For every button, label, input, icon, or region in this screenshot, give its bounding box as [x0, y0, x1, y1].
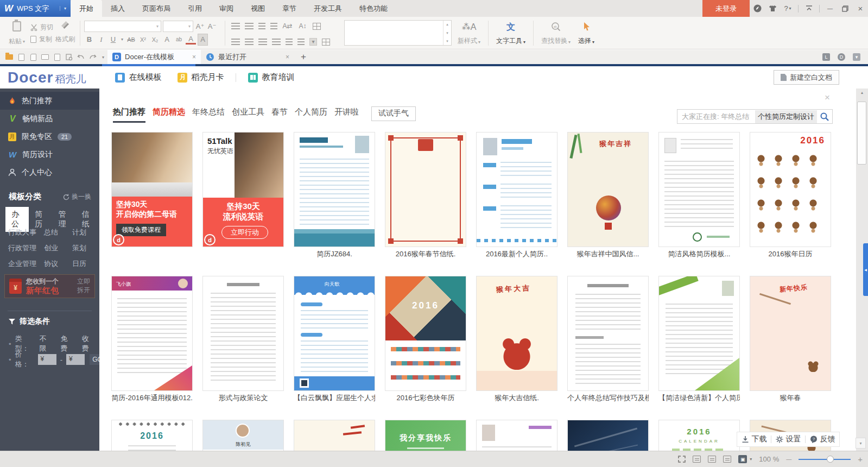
style-gallery-scroll[interactable]: [443, 21, 451, 45]
template-title[interactable]: 【白云飘飘】应届生个人求...: [294, 393, 375, 403]
align-right-icon[interactable]: [258, 39, 267, 45]
template-card[interactable]: 2016: [750, 132, 831, 247]
template-card[interactable]: [567, 276, 649, 391]
side-panel-handle[interactable]: [863, 243, 868, 296]
template-card[interactable]: 向天歌: [294, 276, 375, 391]
template-card[interactable]: 猴年大吉: [476, 276, 557, 391]
refresh-button[interactable]: 换一换: [63, 192, 91, 201]
decrease-indent-icon[interactable]: [258, 23, 265, 29]
new-blank-doc-button[interactable]: 新建空白文档: [774, 70, 839, 85]
help-icon[interactable]: ?: [780, 0, 795, 17]
tab-personal-resume[interactable]: 个人简历: [295, 107, 327, 121]
open-icon[interactable]: [3, 51, 15, 63]
save-icon[interactable]: [15, 51, 27, 63]
template-card[interactable]: 2016 CALENDAR: [658, 420, 740, 451]
scroll-up-icon[interactable]: [856, 89, 868, 97]
template-title[interactable]: 【简洁绿色清新】个人简历...: [658, 393, 740, 403]
ad-card-english-course[interactable]: 坚持30天 开启你的第二母语 领取免费课程 d: [111, 132, 193, 247]
template-title[interactable]: 2016七彩色块年历: [385, 393, 466, 403]
sidebar-item-personal-center[interactable]: 个人中心: [0, 163, 99, 181]
skin-icon[interactable]: [765, 0, 780, 17]
search-hot-tag[interactable]: 个性简历定制设计: [755, 110, 817, 123]
template-card[interactable]: [294, 420, 375, 451]
template-card[interactable]: [658, 276, 740, 391]
open-red-packet-button[interactable]: 立即 拆开: [77, 277, 90, 294]
format-painter-button[interactable]: 格式刷: [55, 33, 75, 45]
copy-button[interactable]: 复制: [30, 33, 53, 45]
template-card[interactable]: 我分享我快乐: [385, 420, 466, 451]
restore-icon[interactable]: [838, 0, 853, 17]
close-icon[interactable]: [853, 0, 868, 17]
paste-button[interactable]: 粘贴: [4, 20, 29, 47]
template-card[interactable]: 猴年吉祥: [567, 132, 649, 247]
template-title[interactable]: 简洁风格简历模板...: [658, 249, 740, 259]
pinyin-button[interactable]: ab: [174, 34, 184, 45]
view-menu-icon[interactable]: [750, 457, 752, 462]
category-link[interactable]: 协议: [44, 259, 72, 269]
font-size-select[interactable]: [163, 21, 193, 32]
category-link[interactable]: 总结: [44, 228, 72, 237]
align-left-icon[interactable]: [231, 39, 240, 45]
category-link[interactable]: 日历: [72, 259, 95, 269]
sidebar-item-new[interactable]: V 畅销新品: [0, 110, 99, 128]
font-color-button[interactable]: A: [186, 35, 196, 45]
price-max-input[interactable]: ¥: [66, 354, 85, 365]
text-effect-button[interactable]: A: [162, 34, 172, 45]
category-link[interactable]: 企业管理: [8, 259, 44, 269]
increase-font-button[interactable]: A⁺: [195, 21, 205, 32]
ad-cta-button[interactable]: 领取免费课程: [116, 224, 166, 236]
template-title[interactable]: 2016猴年日历: [750, 249, 831, 259]
collapse-ribbon-icon[interactable]: [801, 0, 816, 17]
scrollbar-thumb[interactable]: [857, 102, 866, 165]
font-family-select[interactable]: [84, 21, 161, 32]
more-tools-icon[interactable]: [853, 53, 860, 61]
tab-special-features[interactable]: 特色功能: [351, 0, 396, 17]
zoom-slider[interactable]: [799, 459, 851, 460]
sidebar-item-resume-design[interactable]: W 简历设计: [0, 146, 99, 163]
ad-cta-button[interactable]: 立即行动: [221, 226, 268, 239]
align-justify-icon[interactable]: [272, 39, 281, 45]
collapse-floatbar-icon[interactable]: [856, 438, 866, 449]
preview-icon[interactable]: [63, 51, 75, 63]
template-card[interactable]: [385, 132, 466, 247]
tab-home[interactable]: 开始: [71, 0, 102, 17]
increase-indent-icon[interactable]: [270, 23, 277, 29]
underline-menu[interactable]: [120, 34, 124, 45]
sidebar-item-free-zone[interactable]: 月 限免专区 21: [0, 128, 99, 146]
red-packet-banner[interactable]: ¥ 您收到一个 新年红包 立即 拆开: [4, 274, 95, 298]
template-title[interactable]: 猴年吉祥中国风信...: [567, 249, 649, 259]
tab-hot[interactable]: 热门推荐: [113, 107, 145, 121]
template-title[interactable]: 猴年大吉信纸.: [476, 393, 557, 403]
decrease-font-button[interactable]: A⁻: [207, 21, 217, 32]
zoom-slider-knob[interactable]: [827, 456, 834, 463]
zoom-out-icon[interactable]: [786, 456, 791, 462]
docer-logo[interactable]: Docer 稻壳儿: [8, 69, 86, 86]
docer-quick-icon[interactable]: D: [838, 53, 845, 61]
nav-online-templates[interactable]: 在线模板: [111, 72, 166, 83]
price-min-input[interactable]: ¥: [38, 354, 56, 365]
template-card[interactable]: [294, 132, 375, 247]
doc-tab-recent[interactable]: 最近打开: [201, 50, 294, 64]
template-card[interactable]: 陈初见: [202, 420, 284, 451]
search-input[interactable]: [677, 112, 755, 121]
distribute-icon[interactable]: [286, 39, 293, 45]
strikethrough-button[interactable]: AB: [126, 34, 136, 45]
print-icon[interactable]: [39, 51, 51, 63]
tab-developer[interactable]: 开发工具: [305, 0, 351, 17]
quick-access-menu[interactable]: [99, 55, 107, 60]
template-card[interactable]: [202, 276, 284, 391]
text-direction-icon[interactable]: A⇄: [282, 21, 293, 31]
template-card[interactable]: [567, 420, 649, 451]
superscript-button[interactable]: X²: [138, 34, 148, 45]
fullscreen-icon[interactable]: [678, 456, 686, 463]
sidebar-item-hot[interactable]: 热门推荐: [0, 92, 99, 110]
tab-startup-tools[interactable]: 创业工具: [232, 107, 264, 121]
settings-button[interactable]: 设置: [776, 434, 801, 444]
align-center-icon[interactable]: [245, 39, 254, 45]
category-link[interactable]: 行政人事: [8, 228, 44, 237]
outline-view-icon[interactable]: [708, 456, 716, 463]
text-tool-button[interactable]: 文 文字工具: [492, 20, 529, 47]
category-link[interactable]: 创业: [44, 243, 72, 253]
undo-icon[interactable]: [75, 51, 87, 63]
category-link[interactable]: 策划: [72, 243, 95, 253]
